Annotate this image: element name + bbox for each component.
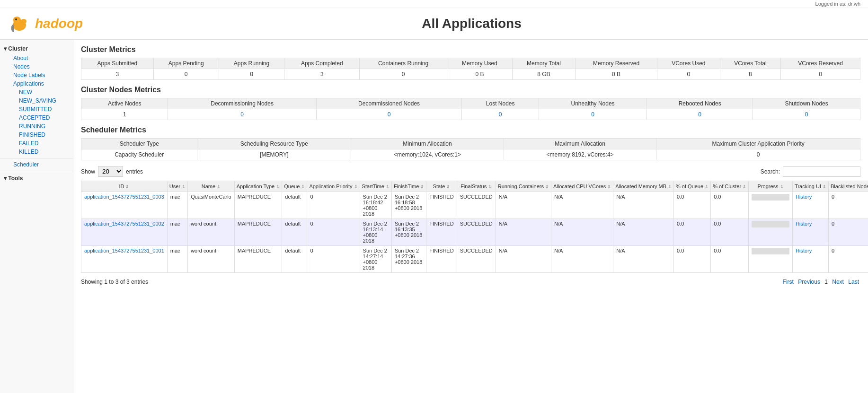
nodes-metrics-value-2: 0 (316, 109, 462, 120)
app-col-header-0[interactable]: ID ⇕ (81, 181, 168, 192)
nodes-metrics-link-1[interactable]: 0 (240, 111, 244, 118)
sidebar-item-scheduler[interactable]: Scheduler (0, 160, 73, 169)
table-footer: Showing 1 to 3 of 3 entries First Previo… (81, 277, 860, 287)
app-col-header-12[interactable]: Allocated Memory MB ⇕ (613, 181, 674, 192)
app-col-header-16[interactable]: Tracking UI ⇕ (793, 181, 829, 192)
sidebar-item-failed[interactable]: FAILED (0, 139, 73, 148)
sidebar-item-new[interactable]: NEW (0, 88, 73, 96)
app-col-header-9[interactable]: FinalStatus ⇕ (457, 181, 496, 192)
cluster-metrics-value-1: 0 (153, 69, 219, 80)
pagination-previous[interactable]: Previous (798, 279, 820, 285)
app-col-header-5[interactable]: Application Priority ⇕ (307, 181, 360, 192)
app-col-header-17[interactable]: Blacklisted Nodes ⇕ (829, 181, 868, 192)
sidebar-item-killed[interactable]: KILLED (0, 148, 73, 156)
app-col-header-7[interactable]: FinishTime ⇕ (391, 181, 426, 192)
nodes-metrics-link-6[interactable]: 0 (805, 111, 808, 118)
app-tracking-link-0[interactable]: History (796, 194, 812, 200)
sidebar-item-nodes[interactable]: Nodes (0, 62, 73, 71)
app-alloc-cpu-2: N/A (551, 246, 613, 273)
sort-icon-13: ⇕ (705, 184, 709, 189)
app-priority-0: 0 (307, 192, 360, 219)
app-id-link-2[interactable]: application_1543727551231_0001 (84, 248, 164, 253)
app-col-header-14[interactable]: % of Cluster ⇕ (711, 181, 749, 192)
app-state-0: FINISHED (426, 192, 457, 219)
cluster-metrics-value-10: 0 (781, 69, 860, 80)
sidebar: Cluster About Nodes Node Labels Applicat… (0, 40, 73, 393)
app-alloc-mem-2: N/A (613, 246, 674, 273)
app-col-header-13[interactable]: % of Queue ⇕ (674, 181, 711, 192)
sort-icon-11: ⇕ (607, 184, 611, 189)
pagination-first[interactable]: First (783, 279, 794, 285)
app-running-containers-0: N/A (496, 192, 551, 219)
nodes-metrics-header-3: Lost Nodes (462, 98, 539, 109)
app-col-header-10[interactable]: Running Containers ⇕ (496, 181, 551, 192)
cluster-metrics-header-10: VCores Reserved (781, 58, 860, 69)
applications-table: ID ⇕User ⇕Name ⇕Application Type ⇕Queue … (81, 181, 868, 273)
sort-icon-4: ⇕ (301, 184, 305, 189)
app-col-header-2[interactable]: Name ⇕ (188, 181, 235, 192)
nodes-metrics-link-4[interactable]: 0 (591, 111, 594, 118)
app-alloc-mem-0: N/A (613, 192, 674, 219)
pagination-next[interactable]: Next (832, 279, 844, 285)
table-row: application_1543727551231_0002macword co… (81, 219, 868, 246)
app-col-header-4[interactable]: Queue ⇕ (282, 181, 307, 192)
cluster-metrics-value-6: 8 GB (512, 69, 575, 80)
sidebar-item-node-labels[interactable]: Node Labels (0, 71, 73, 79)
search-input[interactable] (783, 166, 860, 177)
app-tracking-link-1[interactable]: History (796, 221, 812, 227)
app-col-header-6[interactable]: StartTime ⇕ (360, 181, 391, 192)
nodes-metrics-link-2[interactable]: 0 (388, 111, 391, 118)
sidebar-item-running[interactable]: RUNNING (0, 122, 73, 131)
sidebar-item-applications[interactable]: Applications (0, 79, 73, 88)
nodes-metrics-link-3[interactable]: 0 (499, 111, 502, 118)
nodes-metrics-header-4: Unhealthy Nodes (539, 98, 647, 109)
sidebar-item-new-saving[interactable]: NEW_SAVING (0, 96, 73, 105)
sidebar-item-submitted[interactable]: SUBMITTED (0, 105, 73, 114)
app-col-header-1[interactable]: User ⇕ (167, 181, 187, 192)
app-id-link-0[interactable]: application_1543727551231_0003 (84, 194, 164, 200)
app-name-1: word count (188, 219, 235, 246)
sidebar-cluster-section[interactable]: Cluster (0, 44, 73, 54)
entries-label: entries (126, 168, 143, 175)
hadoop-elephant-icon (8, 12, 31, 35)
sidebar-item-finished[interactable]: FINISHED (0, 131, 73, 139)
logo: hadoop (8, 12, 83, 35)
app-type-1: MAPREDUCE (234, 219, 282, 246)
scheduler-metrics-header-2: Minimum Allocation (351, 139, 504, 149)
app-type-2: MAPREDUCE (234, 246, 282, 273)
pagination-last[interactable]: Last (848, 279, 859, 285)
app-finish-0: Sun Dec 2 16:18:58 +0800 2018 (391, 192, 426, 219)
scheduler-metrics-header-4: Maximum Cluster Application Priority (656, 139, 860, 149)
sort-icon-2: ⇕ (217, 184, 221, 189)
app-user-2: mac (167, 246, 187, 273)
app-start-0: Sun Dec 2 16:18:42 +0800 2018 (360, 192, 391, 219)
app-state-2: FINISHED (426, 246, 457, 273)
cluster-metrics-header-3: Apps Completed (284, 58, 360, 69)
sidebar-item-about[interactable]: About (0, 54, 73, 62)
showing-text: Showing 1 to 3 of 3 entries (81, 279, 148, 285)
cluster-metrics-header-2: Apps Running (219, 58, 284, 69)
app-col-header-15[interactable]: Progress ⇕ (749, 181, 793, 192)
app-tracking-link-2[interactable]: History (796, 248, 812, 253)
nodes-metrics-value-6: 0 (753, 109, 860, 120)
app-alloc-mem-1: N/A (613, 219, 674, 246)
nodes-metrics-value-3: 0 (462, 109, 539, 120)
app-col-header-3[interactable]: Application Type ⇕ (234, 181, 282, 192)
nodes-metrics-link-5[interactable]: 0 (698, 111, 701, 118)
app-col-header-8[interactable]: State ⇕ (426, 181, 457, 192)
app-queue-2: default (282, 246, 307, 273)
sort-icon-1: ⇕ (182, 184, 186, 189)
sidebar-item-accepted[interactable]: ACCEPTED (0, 114, 73, 122)
app-pct-queue-0: 0.0 (674, 192, 711, 219)
app-pct-cluster-0: 0.0 (711, 192, 749, 219)
sort-icon-8: ⇕ (446, 184, 450, 189)
cluster-metrics-value-2: 0 (219, 69, 284, 80)
scheduler-metrics-value-2: <memory:1024, vCores:1> (351, 149, 504, 160)
nodes-metrics-header-2: Decommissioned Nodes (316, 98, 462, 109)
cluster-metrics-header-6: Memory Total (512, 58, 575, 69)
sidebar-tools-section[interactable]: Tools (0, 173, 73, 183)
app-id-link-1[interactable]: application_1543727551231_0002 (84, 221, 164, 227)
entries-select[interactable]: 102050100 (98, 166, 123, 177)
app-priority-2: 0 (307, 246, 360, 273)
app-col-header-11[interactable]: Allocated CPU VCores ⇕ (551, 181, 613, 192)
